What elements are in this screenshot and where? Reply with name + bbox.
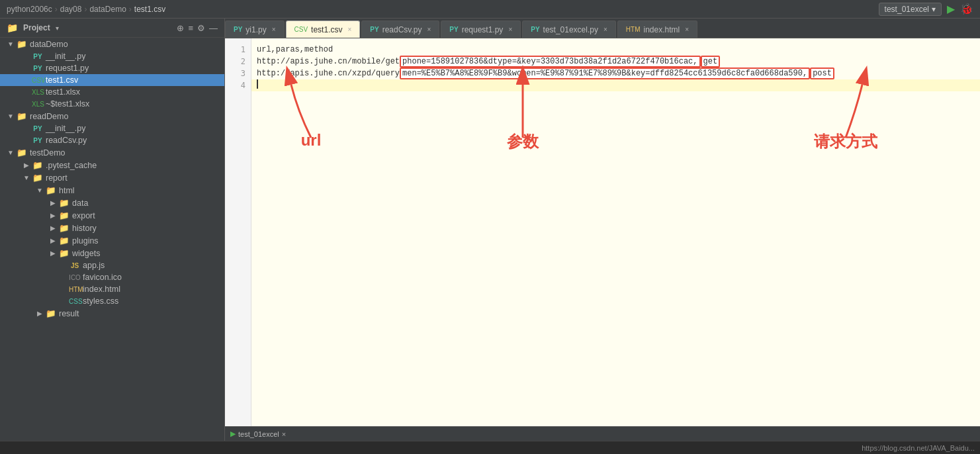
folder-icon: 📁 bbox=[32, 160, 44, 170]
sidebar-item-init-py[interactable]: PY __init__.py bbox=[0, 50, 224, 62]
sidebar: 📁 Project ▾ ⊕ ≡ ⚙ — ▼ 📁 dataDemo PY __in… bbox=[0, 19, 225, 441]
sidebar-minimize-icon[interactable]: — bbox=[209, 23, 218, 33]
tab-close-icon[interactable]: × bbox=[508, 26, 512, 33]
sidebar-item-label: test1.csv bbox=[46, 75, 78, 85]
line-4-cursor bbox=[257, 79, 258, 89]
folder-icon: 📁 bbox=[58, 198, 70, 208]
line-num-3: 3 bbox=[225, 68, 251, 79]
breadcrumb-part-2[interactable]: day08 bbox=[60, 5, 82, 14]
sidebar-item-index-html[interactable]: HTM index.html bbox=[0, 283, 224, 295]
run-bar-item: ▶ test_01excel × bbox=[230, 430, 286, 438]
run-button[interactable]: ▶ bbox=[947, 3, 955, 15]
tab-close-icon[interactable]: × bbox=[427, 26, 431, 33]
sidebar-item-init-py2[interactable]: PY __init__.py bbox=[0, 122, 224, 134]
sidebar-item-tilde-xlsx[interactable]: XLS ~$test1.xlsx bbox=[0, 98, 224, 110]
code-content: url,paras,method http://apis.juhe.cn/mob… bbox=[251, 38, 980, 426]
sidebar-item-test1-xlsx[interactable]: XLS test1.xlsx bbox=[0, 86, 224, 98]
py-file-icon: PY bbox=[32, 137, 44, 144]
code-line-1: url,paras,method bbox=[251, 44, 980, 56]
run-bar: ▶ test_01excel × bbox=[225, 426, 980, 441]
line-3-paras-highlight: men=%E5%B7%A8%E8%9F%B9&women=%E9%87%91%E… bbox=[400, 68, 810, 79]
tab-test1-csv[interactable]: CSV test1.csv × bbox=[286, 21, 361, 38]
tab-icon: PY bbox=[370, 26, 379, 33]
tab-yi1-py[interactable]: PY yi1.py × bbox=[225, 21, 285, 38]
sidebar-sync-icon[interactable]: ⊕ bbox=[177, 23, 184, 33]
tab-index-html[interactable]: HTM index.html × bbox=[617, 21, 697, 38]
toggle-icon: ▶ bbox=[34, 310, 45, 317]
py-file-icon: PY bbox=[32, 125, 44, 132]
main-area: 📁 Project ▾ ⊕ ≡ ⚙ — ▼ 📁 dataDemo PY __in… bbox=[0, 19, 980, 441]
tab-readCsv-py[interactable]: PY readCsv.py × bbox=[361, 21, 439, 38]
sidebar-item-label: export bbox=[72, 211, 95, 220]
debug-button[interactable]: 🐞 bbox=[960, 3, 973, 15]
sidebar-item-html[interactable]: ▼ 📁 html bbox=[0, 184, 224, 197]
tab-icon: PY bbox=[234, 26, 242, 33]
folder-icon: 📁 bbox=[58, 248, 70, 258]
sidebar-item-styles-css[interactable]: CSS styles.css bbox=[0, 295, 224, 307]
tab-close-icon[interactable]: × bbox=[347, 26, 351, 33]
sidebar-item-readDemo[interactable]: ▼ 📁 readDemo bbox=[0, 110, 224, 122]
sidebar-item-dataDemo[interactable]: ▼ 📁 dataDemo bbox=[0, 38, 224, 50]
line-3-url: http://apis.juhe.cn/xzpd/query bbox=[257, 69, 400, 78]
code-line-4 bbox=[251, 79, 980, 91]
line-numbers: 1 2 3 4 bbox=[225, 38, 251, 426]
tab-test01excel-py[interactable]: PY test_01excel.py × bbox=[522, 21, 616, 38]
sidebar-settings-icon[interactable]: ⚙ bbox=[197, 23, 205, 33]
sidebar-collapse-icon[interactable]: ≡ bbox=[188, 23, 193, 33]
sidebar-item-history[interactable]: ▶ 📁 history bbox=[0, 222, 224, 234]
sidebar-item-app-js[interactable]: JS app.js bbox=[0, 259, 224, 271]
sidebar-item-label: __init__.py bbox=[46, 52, 85, 61]
css-file-icon: CSS bbox=[69, 298, 81, 305]
sidebar-item-label: data bbox=[72, 199, 88, 208]
run-bar-close[interactable]: × bbox=[282, 430, 286, 438]
code-line-3: http://apis.juhe.cn/xzpd/querymen=%E5%B7… bbox=[251, 68, 980, 79]
sidebar-item-favicon[interactable]: ICO favicon.ico bbox=[0, 271, 224, 283]
sidebar-item-data[interactable]: ▶ 📁 data bbox=[0, 197, 224, 209]
breadcrumb-part-1[interactable]: python2006c bbox=[7, 5, 52, 14]
tab-close-icon[interactable]: × bbox=[603, 26, 607, 33]
sidebar-item-request1-py[interactable]: PY request1.py bbox=[0, 62, 224, 74]
sidebar-item-pytest-cache[interactable]: ▶ 📁 .pytest_cache bbox=[0, 159, 224, 171]
run-controls: test_01excel ▾ ▶ 🐞 bbox=[879, 3, 973, 16]
run-config-selector[interactable]: test_01excel ▾ bbox=[879, 3, 942, 16]
sidebar-item-label: readDemo bbox=[30, 112, 68, 121]
tabs-bar: PY yi1.py × CSV test1.csv × PY readCsv.p… bbox=[225, 19, 980, 38]
tab-request1-py[interactable]: PY request1.py × bbox=[441, 21, 521, 38]
breadcrumb-part-3[interactable]: dataDemo bbox=[89, 5, 126, 14]
sidebar-item-label: .pytest_cache bbox=[46, 161, 97, 170]
sidebar-item-test1-csv[interactable]: CSV test1.csv bbox=[0, 74, 224, 86]
sidebar-item-readCsv-py[interactable]: PY readCsv.py bbox=[0, 134, 224, 146]
tab-label: readCsv.py bbox=[382, 25, 422, 34]
code-editor[interactable]: 1 2 3 4 url,paras,method http://apis.juh… bbox=[225, 38, 980, 426]
code-line-2: http://apis.juhe.cn/mobile/getphone=1589… bbox=[251, 56, 980, 68]
tab-close-icon[interactable]: × bbox=[272, 26, 276, 33]
sidebar-item-label: dataDemo bbox=[30, 40, 68, 49]
status-bar-right: https://blog.csdn.net/JAVA_Baidu... bbox=[862, 444, 975, 452]
sidebar-item-label: result bbox=[59, 309, 79, 318]
sidebar-item-label: readCsv.py bbox=[46, 136, 87, 145]
toggle-icon: ▼ bbox=[5, 40, 16, 48]
sidebar-item-plugins[interactable]: ▶ 📁 plugins bbox=[0, 234, 224, 247]
sidebar-item-report[interactable]: ▼ 📁 report bbox=[0, 171, 224, 184]
line-num-1: 1 bbox=[225, 44, 251, 56]
line-text-1: url,paras,method bbox=[257, 45, 333, 54]
sidebar-item-label: widgets bbox=[72, 249, 100, 258]
sidebar-item-widgets[interactable]: ▶ 📁 widgets bbox=[0, 247, 224, 259]
sidebar-item-label: test1.xlsx bbox=[46, 87, 80, 97]
folder-icon: 📁 bbox=[58, 210, 70, 220]
sidebar-icons: ⊕ ≡ ⚙ — bbox=[177, 23, 218, 33]
sidebar-chevron: ▾ bbox=[56, 24, 59, 32]
sidebar-item-result[interactable]: ▶ 📁 result bbox=[0, 307, 224, 320]
sidebar-item-testDemo[interactable]: ▼ 📁 testDemo bbox=[0, 146, 224, 159]
toggle-icon: ▼ bbox=[21, 174, 32, 181]
line-num-2: 2 bbox=[225, 56, 251, 68]
tab-close-icon[interactable]: × bbox=[685, 26, 689, 33]
sidebar-item-export[interactable]: ▶ 📁 export bbox=[0, 209, 224, 222]
sidebar-item-label: __init__.py bbox=[46, 124, 85, 133]
breadcrumb-part-4: test1.csv bbox=[134, 5, 165, 14]
line-2-paras-highlight: phone=15891027836&dtype=&key=3303d73bd38… bbox=[400, 56, 700, 68]
folder-icon: 📁 bbox=[16, 148, 28, 158]
sidebar-item-label: styles.css bbox=[83, 296, 118, 306]
run-bar-label: test_01excel bbox=[238, 430, 279, 438]
toggle-icon: ▶ bbox=[21, 161, 32, 169]
